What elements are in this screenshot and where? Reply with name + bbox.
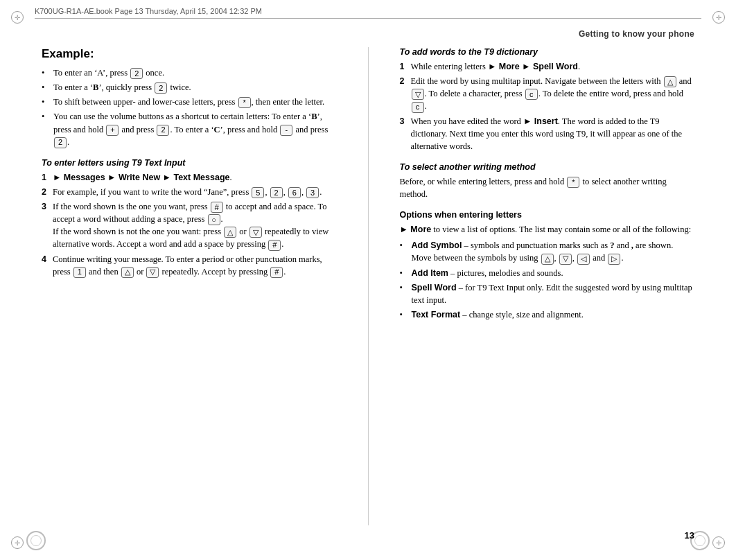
- page-number: 13: [685, 530, 694, 541]
- page-header-title: Getting to know your phone: [579, 29, 694, 39]
- key-right: ▷: [608, 254, 620, 265]
- link-insert: ► Insert: [523, 116, 558, 126]
- list-item: 1 While entering letters ► More ► Spell …: [400, 60, 695, 73]
- bullet-icon: •: [42, 110, 51, 123]
- link-more2: ► More: [400, 225, 432, 234]
- step-content: While entering letters ► More ► Spell Wo…: [411, 60, 695, 73]
- key-down3: ▽: [412, 89, 424, 100]
- bullet-icon: •: [42, 96, 51, 108]
- options-intro: ► More to view a list of options. The li…: [400, 223, 695, 236]
- step-number: 1: [400, 60, 411, 73]
- step-content: When you have edited the word ► Insert. …: [411, 115, 695, 152]
- key-star2: *: [567, 177, 579, 188]
- t9dict-steps-list: 1 While entering letters ► More ► Spell …: [400, 60, 695, 152]
- top-bar: K700UG-R1A-AE.book Page 13 Thursday, Apr…: [35, 7, 701, 19]
- key-2d: 2: [54, 137, 67, 148]
- link-more: ► More ► Spell Word: [488, 62, 578, 71]
- list-item: 3 If the word shown is the one you want,…: [42, 200, 337, 251]
- key-6: 6: [288, 187, 301, 198]
- list-item: • To shift between upper- and lower-case…: [42, 96, 337, 108]
- top-bar-text: K700UG-R1A-AE.book Page 13 Thursday, Apr…: [35, 7, 262, 15]
- list-item: 3 When you have edited the word ► Insert…: [400, 115, 695, 152]
- key-left: ◁: [577, 254, 590, 265]
- key-2e: 2: [270, 187, 283, 198]
- list-item-text: Add Symbol – symbols and punctuation mar…: [412, 239, 695, 264]
- key-5: 5: [252, 187, 264, 198]
- options-title: Options when entering letters: [400, 210, 695, 220]
- step-content: If the word shown is the one you want, p…: [53, 200, 337, 251]
- key-down: ▽: [249, 227, 262, 238]
- list-item: • Add Symbol – symbols and punctuation m…: [400, 239, 695, 264]
- left-column: Example: • To enter an ‘A’, press 2 once…: [42, 47, 344, 525]
- list-item: 4 Continue writing your message. To ente…: [42, 253, 337, 278]
- bullet-icon: •: [42, 67, 51, 79]
- link-text-format: Text Format: [412, 310, 461, 320]
- key-hash: #: [211, 202, 223, 213]
- key-down4: ▽: [559, 254, 572, 265]
- t9-steps-list: 1 ► Messages ► Write New ► Text Message.…: [42, 171, 337, 278]
- key-2: 2: [130, 68, 143, 79]
- column-divider: [368, 47, 369, 525]
- link-add-symbol: Add Symbol: [412, 240, 462, 250]
- corner-mark-br: [712, 536, 725, 549]
- key-plus: +: [106, 125, 119, 136]
- select-method-text: Before, or while entering letters, press…: [400, 175, 695, 200]
- list-item-text: To enter a ‘B’, quickly press 2 twice.: [53, 81, 191, 94]
- step-number: 1: [42, 171, 53, 184]
- bullet-icon: •: [400, 239, 410, 252]
- list-item-text: Add Item – pictures, melodies and sounds…: [412, 267, 563, 279]
- key-3: 3: [306, 187, 319, 198]
- bullet-icon: •: [400, 308, 410, 321]
- list-item-text: To enter an ‘A’, press 2 once.: [53, 67, 164, 79]
- bullet-icon: •: [400, 281, 410, 294]
- page-header: Getting to know your phone: [579, 29, 694, 39]
- corner-mark-bl: [11, 536, 24, 549]
- step-content: ► Messages ► Write New ► Text Message.: [53, 171, 337, 184]
- step-number: 2: [400, 75, 411, 87]
- link-messages: ► Messages ► Write New ► Text Message: [53, 173, 230, 182]
- list-item: • You can use the volume buttons as a sh…: [42, 110, 337, 148]
- options-bullet-list: • Add Symbol – symbols and punctuation m…: [400, 239, 695, 321]
- key-up4: △: [541, 254, 554, 265]
- content-area: Example: • To enter an ‘A’, press 2 once…: [42, 47, 694, 525]
- list-item: • Text Format – change style, size and a…: [400, 308, 695, 321]
- list-item-text: Spell Word – for T9 Text Input only. Edi…: [412, 281, 695, 306]
- list-item-text: You can use the volume buttons as a shor…: [53, 110, 337, 148]
- step-number: 3: [400, 115, 411, 128]
- key-hash2: #: [268, 240, 281, 251]
- list-item: 2 Edit the word by using multitap input.…: [400, 75, 695, 112]
- corner-mark-tl: [11, 11, 24, 24]
- key-hash3: #: [270, 267, 283, 278]
- list-item: 2 For example, if you want to write the …: [42, 186, 337, 198]
- key-c2: c: [412, 102, 424, 113]
- key-up: △: [224, 227, 236, 238]
- select-method-title: To select another writing method: [400, 162, 695, 172]
- key-circle: ○: [208, 214, 220, 225]
- deco-circle-br-inner: [694, 535, 706, 546]
- key-1: 1: [73, 267, 86, 278]
- step-number: 3: [42, 200, 53, 213]
- key-up3: △: [664, 76, 676, 87]
- step-number: 4: [42, 253, 53, 265]
- right-column: To add words to the T9 dictionary 1 Whil…: [393, 47, 695, 525]
- corner-mark-tr: [712, 11, 725, 24]
- deco-circle-bl: [26, 531, 46, 550]
- step-content: Edit the word by using multitap input. N…: [411, 75, 695, 112]
- key-minus: -: [280, 125, 292, 136]
- list-item: • To enter an ‘A’, press 2 once.: [42, 67, 337, 79]
- example-bullet-list: • To enter an ‘A’, press 2 once. • To en…: [42, 67, 337, 148]
- step-content: Continue writing your message. To enter …: [53, 253, 337, 278]
- step-number: 2: [42, 186, 53, 198]
- key-star: *: [238, 97, 251, 108]
- key-up2: △: [121, 267, 134, 278]
- list-item: • Spell Word – for T9 Text Input only. E…: [400, 281, 695, 306]
- bullet-icon: •: [42, 81, 51, 94]
- t9dict-title: To add words to the T9 dictionary: [400, 47, 695, 57]
- key-down2: ▽: [146, 267, 159, 278]
- deco-circle-bl-inner: [30, 535, 42, 546]
- example-title: Example:: [42, 47, 337, 61]
- list-item: 1 ► Messages ► Write New ► Text Message.: [42, 171, 337, 184]
- list-item-text: To shift between upper- and lower-case l…: [53, 96, 324, 108]
- link-spell-word: Spell Word: [412, 283, 457, 292]
- key-2c: 2: [157, 125, 169, 136]
